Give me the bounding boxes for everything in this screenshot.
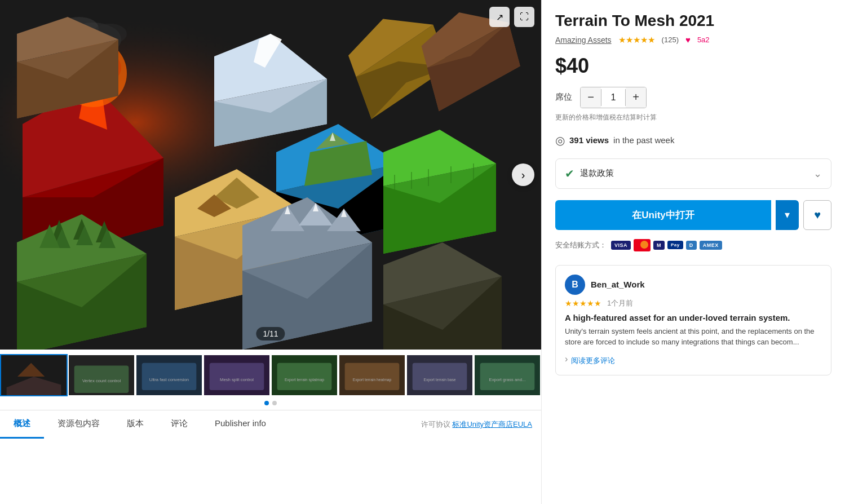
wishlist-button[interactable]: ♥: [803, 200, 831, 230]
svg-text:Export terrain splatmap: Export terrain splatmap: [285, 378, 324, 382]
review-meta: ★★★★★ 1个月前: [565, 298, 822, 308]
license-eula[interactable]: 标准Unity资产商店EULA: [452, 419, 532, 430]
review-more-row: › 阅读更多评论: [565, 352, 822, 366]
pagination-dots: [0, 396, 541, 410]
review-card: B Ben_at_Work ★★★★★ 1个月前 A high-featured…: [555, 265, 831, 375]
paypal-badge: Pay: [667, 241, 683, 249]
page-container: ↗ ⛶ › 1/11: [0, 0, 845, 504]
payment-icons: VISA M Pay D AMEX: [611, 239, 722, 251]
visa-badge: VISA: [611, 241, 631, 250]
payment-row: 安全结账方式： VISA M Pay D AMEX: [555, 239, 831, 251]
svg-text:Vertex count control: Vertex count control: [82, 378, 121, 383]
reviewer-avatar: B: [565, 275, 585, 295]
dot-1[interactable]: [264, 401, 269, 405]
svg-text:Mesh split control: Mesh split control: [220, 377, 254, 382]
review-title: A high-featured asset for an under-loved…: [565, 313, 822, 322]
views-suffix: in the past week: [613, 135, 674, 145]
tax-note: 更新的价格和增值税在结算时计算: [555, 113, 831, 122]
bottom-nav: 概述 资源包内容 版本 评论 Publisher info 许可协议 标准Uni…: [0, 410, 541, 439]
views-row: ◎ 391 views in the past week: [555, 134, 831, 147]
heart-count: 5a2: [697, 36, 710, 44]
dropdown-icon: ▾: [785, 209, 790, 220]
gallery-section: ↗ ⛶ › 1/11: [0, 0, 541, 504]
arrow-right-icon: ›: [521, 169, 525, 182]
buy-row: 在Unity中打开 ▾ ♥: [555, 200, 831, 230]
amex-badge: AMEX: [700, 241, 722, 250]
seat-value: 1: [601, 89, 626, 106]
nav-item-publisher[interactable]: Publisher info: [201, 410, 280, 439]
arrow-right-review-icon: ›: [565, 354, 568, 364]
read-more-reviews-link[interactable]: 阅读更多评论: [571, 356, 615, 366]
svg-text:Export grass and...: Export grass and...: [489, 377, 526, 382]
rating-count: (125): [662, 36, 679, 44]
check-circle-icon: ✔: [565, 167, 574, 180]
seat-increase-button[interactable]: +: [626, 87, 646, 108]
image-counter: 1/11: [256, 327, 285, 341]
eye-icon: ◎: [555, 134, 565, 147]
fullscreen-icon: ⛶: [520, 12, 529, 22]
nav-right-license: 许可协议 标准Unity资产商店EULA: [421, 410, 541, 439]
diners-badge: D: [686, 241, 697, 250]
maestro-badge: M: [653, 241, 665, 250]
product-title: Terrain To Mesh 2021: [555, 11, 831, 30]
svg-text:Ultra fast conversion: Ultra fast conversion: [149, 377, 189, 382]
product-price: $40: [555, 54, 831, 78]
share-icon: ↗: [496, 12, 503, 23]
heart-wishlist-icon: ♥: [814, 209, 821, 221]
seat-decrease-button[interactable]: −: [581, 87, 601, 108]
seat-label: 席位: [555, 92, 573, 103]
nav-item-contents[interactable]: 资源包内容: [44, 410, 113, 439]
seat-control: − 1 +: [580, 87, 647, 108]
review-text: Unity's terrain system feels ancient at …: [565, 326, 822, 348]
thumbnail-7[interactable]: Export terrain base: [406, 354, 474, 396]
thumbnail-5[interactable]: Export terrain splatmap: [271, 354, 338, 396]
reviewer-row: B Ben_at_Work: [565, 275, 822, 295]
license-label: 许可协议: [421, 419, 450, 430]
heart-icon: ♥: [685, 35, 691, 45]
thumbnails-row: Vertex count control Ultra fast conversi…: [0, 350, 541, 396]
svg-point-92: [640, 241, 648, 249]
thumbnail-3[interactable]: Ultra fast conversion: [135, 354, 203, 396]
nav-item-reviews[interactable]: 评论: [157, 410, 201, 439]
chevron-down-icon: ⌄: [813, 167, 822, 180]
thumbnail-8[interactable]: Export grass and...: [474, 354, 541, 396]
mastercard-badge: [634, 239, 651, 251]
image-top-icons: ↗ ⛶: [489, 7, 534, 27]
nav-item-overview[interactable]: 概述: [0, 410, 44, 439]
nav-item-versions[interactable]: 版本: [113, 410, 157, 439]
svg-rect-83: [345, 363, 400, 390]
product-info-panel: Terrain To Mesh 2021 Amazing Assets ★★★★…: [541, 0, 845, 504]
terrain-illustration: [0, 0, 541, 350]
share-button[interactable]: ↗: [489, 7, 510, 27]
dot-2[interactable]: [272, 401, 277, 405]
thumbnail-1[interactable]: [0, 354, 68, 396]
publisher-row: Amazing Assets ★★★★★ (125) ♥ 5a2: [555, 35, 831, 45]
buy-dropdown-button[interactable]: ▾: [776, 200, 799, 230]
review-stars: ★★★★★: [565, 299, 601, 308]
thumbnail-4[interactable]: Mesh split control: [203, 354, 271, 396]
main-image: ↗ ⛶ › 1/11: [0, 0, 541, 350]
svg-text:Export terrain base: Export terrain base: [423, 378, 455, 382]
svg-text:Export terrain heatmap: Export terrain heatmap: [353, 378, 392, 382]
fullscreen-button[interactable]: ⛶: [514, 7, 534, 27]
views-count: 391 views: [569, 135, 609, 145]
payment-label: 安全结账方式：: [555, 240, 607, 250]
next-arrow-button[interactable]: ›: [512, 163, 534, 186]
seat-row: 席位 − 1 +: [555, 87, 831, 108]
refund-policy-row[interactable]: ✔ 退款政策 ⌄: [555, 158, 831, 189]
buy-button[interactable]: 在Unity中打开: [555, 200, 771, 230]
rating-stars: ★★★★★: [618, 35, 655, 45]
reviewer-name: Ben_at_Work: [591, 280, 645, 289]
review-time: 1个月前: [607, 298, 633, 308]
svg-rect-86: [413, 363, 467, 390]
publisher-name[interactable]: Amazing Assets: [555, 36, 612, 45]
thumbnail-6[interactable]: Export terrain heatmap: [338, 354, 406, 396]
svg-rect-80: [277, 363, 332, 390]
refund-policy-label: 退款政策: [580, 168, 808, 179]
thumbnail-2[interactable]: Vertex count control: [68, 354, 135, 396]
main-content: ↗ ⛶ › 1/11: [0, 0, 845, 504]
